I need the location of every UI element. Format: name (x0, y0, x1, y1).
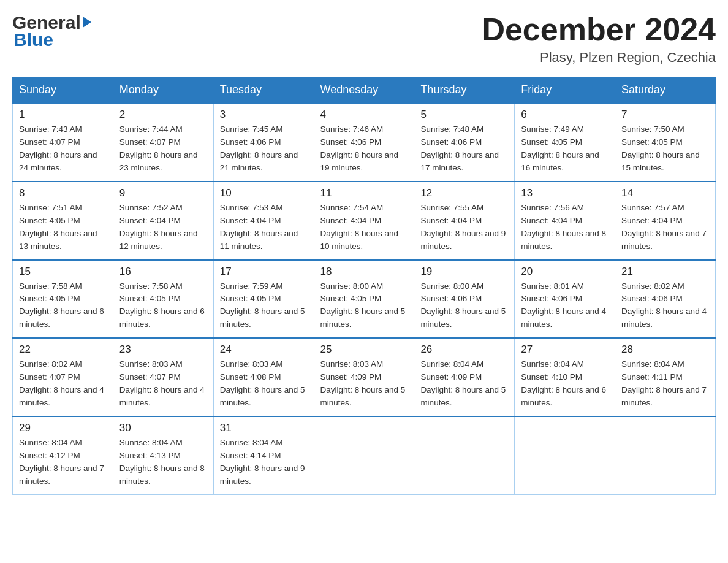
table-row: 25 Sunrise: 8:03 AMSunset: 4:09 PMDaylig… (314, 338, 414, 416)
col-thursday: Thursday (414, 77, 515, 104)
table-row: 31 Sunrise: 8:04 AMSunset: 4:14 PMDaylig… (213, 416, 314, 494)
title-block: December 2024 Plasy, Plzen Region, Czech… (482, 12, 716, 66)
calendar-header-row: Sunday Monday Tuesday Wednesday Thursday… (13, 77, 716, 104)
day-info: Sunrise: 8:04 AMSunset: 4:12 PMDaylight:… (19, 437, 107, 488)
table-row: 11 Sunrise: 7:54 AMSunset: 4:04 PMDaylig… (314, 182, 414, 260)
table-row: 24 Sunrise: 8:03 AMSunset: 4:08 PMDaylig… (213, 338, 314, 416)
day-info: Sunrise: 8:04 AMSunset: 4:14 PMDaylight:… (220, 437, 308, 488)
table-row: 10 Sunrise: 7:53 AMSunset: 4:04 PMDaylig… (213, 182, 314, 260)
day-info: Sunrise: 7:50 AMSunset: 4:05 PMDaylight:… (621, 123, 709, 175)
col-sunday: Sunday (13, 77, 113, 104)
day-number: 10 (220, 187, 308, 199)
day-number: 25 (320, 343, 408, 356)
table-row (314, 416, 414, 494)
table-row: 22 Sunrise: 8:02 AMSunset: 4:07 PMDaylig… (13, 338, 113, 416)
day-info: Sunrise: 8:04 AMSunset: 4:10 PMDaylight:… (521, 358, 609, 410)
day-number: 12 (420, 187, 508, 199)
table-row: 18 Sunrise: 8:00 AMSunset: 4:05 PMDaylig… (314, 260, 414, 339)
day-info: Sunrise: 7:44 AMSunset: 4:07 PMDaylight:… (119, 123, 207, 175)
table-row: 4 Sunrise: 7:46 AMSunset: 4:06 PMDayligh… (314, 103, 414, 182)
table-row: 2 Sunrise: 7:44 AMSunset: 4:07 PMDayligh… (113, 103, 213, 182)
table-row: 20 Sunrise: 8:01 AMSunset: 4:06 PMDaylig… (515, 260, 615, 339)
day-number: 22 (19, 343, 107, 356)
day-number: 2 (119, 109, 207, 121)
day-number: 5 (420, 109, 508, 121)
day-info: Sunrise: 8:04 AMSunset: 4:13 PMDaylight:… (119, 437, 207, 488)
calendar-week-row: 22 Sunrise: 8:02 AMSunset: 4:07 PMDaylig… (13, 338, 716, 416)
table-row: 3 Sunrise: 7:45 AMSunset: 4:06 PMDayligh… (213, 103, 314, 182)
table-row: 29 Sunrise: 8:04 AMSunset: 4:12 PMDaylig… (13, 416, 113, 494)
logo-blue: Blue (13, 29, 53, 50)
table-row: 21 Sunrise: 8:02 AMSunset: 4:06 PMDaylig… (615, 260, 716, 339)
day-number: 4 (320, 109, 408, 121)
calendar-table: Sunday Monday Tuesday Wednesday Thursday… (12, 77, 716, 494)
day-number: 6 (521, 109, 609, 121)
day-info: Sunrise: 8:03 AMSunset: 4:07 PMDaylight:… (119, 358, 207, 410)
day-info: Sunrise: 7:48 AMSunset: 4:06 PMDaylight:… (420, 123, 508, 175)
day-info: Sunrise: 7:56 AMSunset: 4:04 PMDaylight:… (521, 202, 609, 253)
day-number: 8 (19, 187, 107, 199)
day-info: Sunrise: 8:04 AMSunset: 4:09 PMDaylight:… (420, 358, 508, 410)
table-row: 27 Sunrise: 8:04 AMSunset: 4:10 PMDaylig… (515, 338, 615, 416)
day-info: Sunrise: 7:59 AMSunset: 4:05 PMDaylight:… (220, 280, 308, 332)
day-number: 1 (19, 109, 107, 121)
day-info: Sunrise: 8:02 AMSunset: 4:07 PMDaylight:… (19, 358, 107, 410)
day-info: Sunrise: 7:43 AMSunset: 4:07 PMDaylight:… (19, 123, 107, 175)
day-number: 11 (320, 187, 408, 199)
day-info: Sunrise: 8:01 AMSunset: 4:06 PMDaylight:… (521, 280, 609, 332)
day-info: Sunrise: 7:52 AMSunset: 4:04 PMDaylight:… (119, 202, 207, 253)
col-saturday: Saturday (615, 77, 716, 104)
col-monday: Monday (113, 77, 213, 104)
day-info: Sunrise: 7:49 AMSunset: 4:05 PMDaylight:… (521, 123, 609, 175)
table-row: 15 Sunrise: 7:58 AMSunset: 4:05 PMDaylig… (13, 260, 113, 339)
table-row: 19 Sunrise: 8:00 AMSunset: 4:06 PMDaylig… (414, 260, 515, 339)
calendar-title: December 2024 (482, 12, 716, 47)
day-number: 27 (521, 343, 609, 356)
day-info: Sunrise: 8:02 AMSunset: 4:06 PMDaylight:… (621, 280, 709, 332)
table-row: 12 Sunrise: 7:55 AMSunset: 4:04 PMDaylig… (414, 182, 515, 260)
calendar-week-row: 29 Sunrise: 8:04 AMSunset: 4:12 PMDaylig… (13, 416, 716, 494)
col-tuesday: Tuesday (213, 77, 314, 104)
calendar-subtitle: Plasy, Plzen Region, Czechia (482, 50, 716, 66)
day-number: 21 (621, 266, 709, 278)
day-number: 9 (119, 187, 207, 199)
day-info: Sunrise: 8:03 AMSunset: 4:08 PMDaylight:… (220, 358, 308, 410)
table-row: 16 Sunrise: 7:58 AMSunset: 4:05 PMDaylig… (113, 260, 213, 339)
table-row: 6 Sunrise: 7:49 AMSunset: 4:05 PMDayligh… (515, 103, 615, 182)
day-number: 15 (19, 266, 107, 278)
day-number: 3 (220, 109, 308, 121)
day-info: Sunrise: 8:04 AMSunset: 4:11 PMDaylight:… (621, 358, 709, 410)
table-row: 23 Sunrise: 8:03 AMSunset: 4:07 PMDaylig… (113, 338, 213, 416)
day-number: 31 (220, 422, 308, 434)
table-row: 13 Sunrise: 7:56 AMSunset: 4:04 PMDaylig… (515, 182, 615, 260)
day-info: Sunrise: 8:00 AMSunset: 4:05 PMDaylight:… (320, 280, 408, 332)
logo: General Blue (12, 12, 91, 50)
day-info: Sunrise: 7:58 AMSunset: 4:05 PMDaylight:… (19, 280, 107, 332)
table-row: 30 Sunrise: 8:04 AMSunset: 4:13 PMDaylig… (113, 416, 213, 494)
table-row (515, 416, 615, 494)
day-number: 14 (621, 187, 709, 199)
col-friday: Friday (515, 77, 615, 104)
page-header: General Blue December 2024 Plasy, Plzen … (12, 12, 716, 66)
calendar-week-row: 15 Sunrise: 7:58 AMSunset: 4:05 PMDaylig… (13, 260, 716, 339)
table-row: 17 Sunrise: 7:59 AMSunset: 4:05 PMDaylig… (213, 260, 314, 339)
table-row: 26 Sunrise: 8:04 AMSunset: 4:09 PMDaylig… (414, 338, 515, 416)
day-info: Sunrise: 7:58 AMSunset: 4:05 PMDaylight:… (119, 280, 207, 332)
day-info: Sunrise: 8:03 AMSunset: 4:09 PMDaylight:… (320, 358, 408, 410)
calendar-week-row: 8 Sunrise: 7:51 AMSunset: 4:05 PMDayligh… (13, 182, 716, 260)
day-number: 7 (621, 109, 709, 121)
day-info: Sunrise: 7:53 AMSunset: 4:04 PMDaylight:… (220, 202, 308, 253)
day-number: 23 (119, 343, 207, 356)
day-number: 17 (220, 266, 308, 278)
table-row (414, 416, 515, 494)
day-number: 19 (420, 266, 508, 278)
day-number: 26 (420, 343, 508, 356)
table-row: 14 Sunrise: 7:57 AMSunset: 4:04 PMDaylig… (615, 182, 716, 260)
table-row: 1 Sunrise: 7:43 AMSunset: 4:07 PMDayligh… (13, 103, 113, 182)
col-wednesday: Wednesday (314, 77, 414, 104)
day-info: Sunrise: 7:46 AMSunset: 4:06 PMDaylight:… (320, 123, 408, 175)
logo-arrow-icon (83, 17, 91, 28)
table-row: 7 Sunrise: 7:50 AMSunset: 4:05 PMDayligh… (615, 103, 716, 182)
table-row: 28 Sunrise: 8:04 AMSunset: 4:11 PMDaylig… (615, 338, 716, 416)
table-row: 8 Sunrise: 7:51 AMSunset: 4:05 PMDayligh… (13, 182, 113, 260)
